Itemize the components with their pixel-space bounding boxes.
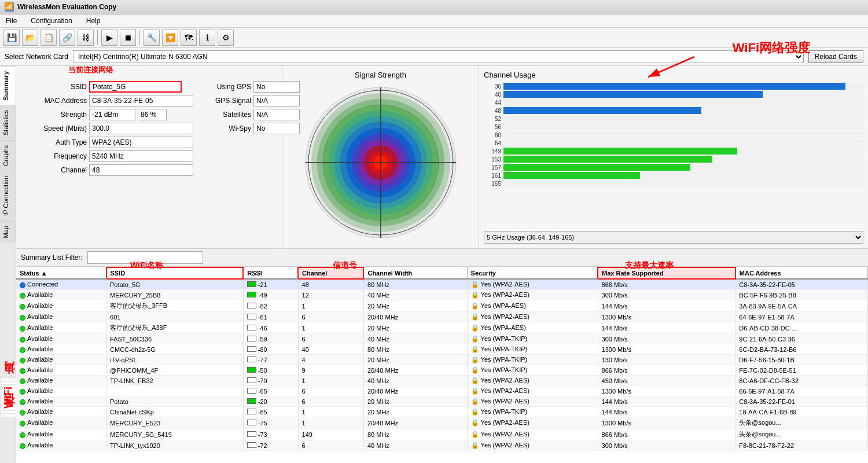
main-content: Summary Statistics Graphs IP Connection … (0, 66, 868, 463)
cell-channel: 1 (298, 376, 363, 386)
speed-input[interactable] (89, 123, 193, 134)
filter2-button[interactable]: 🔽 (162, 30, 178, 46)
channel-bar-background (503, 83, 863, 90)
table-row[interactable]: Available@PHICOMM_4F -50920/40 MHz🔒Yes (… (16, 365, 868, 376)
gps-signal-input[interactable] (253, 95, 300, 106)
signal-title: Signal Strength (355, 71, 406, 79)
table-row[interactable]: AvailablePotato -20620 MHz🔒Yes (WPA2-AES… (16, 396, 868, 407)
cell-max-rate: 144 Mb/s (598, 407, 735, 417)
cell-status: Available (16, 300, 106, 312)
map-button[interactable]: 🗺 (181, 30, 197, 46)
mac-input[interactable] (89, 95, 193, 106)
table-row[interactable]: Available -65620/40 MHz🔒Yes (WPA2-AES)13… (16, 386, 868, 396)
cell-max-rate: 866 Mb/s (598, 279, 735, 290)
lock-icon: 🔒 (471, 324, 479, 331)
gps-section: Using GPS GPS Signal Satellites (205, 81, 300, 178)
status-dot (20, 399, 25, 405)
cell-status: Available (16, 417, 106, 429)
auth-label: Auth Type (23, 138, 87, 146)
cell-max-rate: 866 Mb/s (598, 429, 735, 440)
table-row[interactable]: AvailableMERCURY_5G_5419 -7314980 MHz🔒Ye… (16, 429, 868, 440)
cell-mac: BC-5F-F6-9B-25-B8 (735, 290, 868, 300)
table-row[interactable]: AvailableChinaNet-cSKp -85120 MHz🔒Yes (W… (16, 407, 868, 417)
rssi-bar (247, 377, 256, 383)
table-row[interactable]: Available客厅的父母乐_3FFB -82120 MHz🔒Yes (WPA… (16, 300, 868, 312)
channel-input[interactable] (89, 164, 193, 176)
cell-channel-width: 20 MHz (363, 407, 467, 417)
freq-input[interactable] (89, 150, 193, 162)
table-row[interactable]: AvailableTP-LINK_tyx1020 -72640 MHz🔒Yes … (16, 440, 868, 451)
satellites-input[interactable] (253, 109, 300, 120)
tab-graphs[interactable]: Graphs (0, 140, 16, 171)
link-button[interactable]: 🔗 (59, 30, 75, 46)
channel-bar-background (503, 139, 863, 146)
speed-label: Speed (Mbits) (23, 124, 87, 133)
table-row[interactable]: ConnectedPotato_5G -214880 MHz🔒Yes (WPA2… (16, 279, 868, 290)
using-gps-input[interactable] (253, 81, 300, 93)
rssi-bar (247, 409, 256, 414)
network-card-select[interactable]: Intel(R) Centrino(R) Ultimate-N 6300 AGN (73, 50, 804, 63)
status-dot (20, 282, 25, 288)
cell-channel: 1 (298, 407, 363, 417)
menu-file[interactable]: File (3, 16, 19, 26)
cell-status: Available (16, 386, 106, 396)
menu-help[interactable]: Help (84, 16, 103, 26)
channel-bar-fill (503, 107, 701, 114)
cell-ssid: 客厅的父母乐_3FFB (106, 300, 244, 312)
col-status: Status ▲ (16, 267, 106, 279)
cell-mac: D6-F7-56-15-80-1B (735, 355, 868, 365)
cell-channel: 40 (298, 344, 363, 355)
play-button[interactable]: ▶ (101, 30, 117, 46)
cell-channel-width: 20/40 MHz (363, 312, 467, 322)
open-button[interactable]: 📂 (22, 30, 38, 46)
table-row[interactable]: AvailableMERCURY_25B8 -491240 MHz🔒Yes (W… (16, 290, 868, 300)
cell-status: Available (16, 344, 106, 355)
menu-configuration[interactable]: Configuration (28, 16, 74, 26)
filter-input[interactable] (87, 251, 203, 264)
cell-security: 🔒Yes (WPA2-AES) (467, 376, 598, 386)
rssi-bar (247, 357, 256, 362)
filter-button[interactable]: 🔧 (144, 30, 160, 46)
rssi-bar (247, 314, 256, 319)
copy-button[interactable]: 📋 (41, 30, 57, 46)
cell-channel-width: 20 MHz (363, 396, 467, 407)
tab-summary[interactable]: Summary (0, 66, 16, 105)
rssi-bar (247, 367, 256, 373)
auth-input[interactable] (89, 137, 193, 148)
status-dot (20, 358, 25, 363)
filter-row: Summary List Filter: (16, 249, 868, 267)
cell-status: Available (16, 429, 106, 440)
table-row[interactable]: AvailableMERCURY_E523 -75120/40 MHz🔒Yes … (16, 417, 868, 429)
ssid-input[interactable] (89, 81, 182, 93)
cell-security: 🔒Yes (WPA-TKIP) (467, 344, 598, 355)
tab-ip-connection[interactable]: IP Connection (0, 171, 16, 221)
lock-icon: 🔒 (471, 398, 479, 405)
lock-icon: 🔒 (471, 366, 479, 373)
save-button[interactable]: 💾 (3, 30, 20, 46)
chain-button[interactable]: ⛓ (78, 30, 94, 46)
strength-row: Strength (23, 109, 193, 120)
channel-bar-background (503, 91, 863, 98)
channel-usage-select[interactable]: 5 GHz Usage (36-64, 149-165) 2.4 GHz Usa… (484, 231, 863, 244)
stop-button[interactable]: ⏹ (120, 30, 136, 46)
status-dot (20, 347, 25, 353)
strength-dbm-input[interactable] (89, 109, 135, 120)
reload-cards-button[interactable]: Reload Cards (808, 50, 863, 63)
tab-map[interactable]: Map (0, 221, 16, 242)
channel-bar-fill (503, 164, 690, 171)
table-row[interactable]: Available客厅的父母乐_A38F -46120 MHz🔒Yes (WPA… (16, 322, 868, 334)
table-row[interactable]: Available601 -61620/40 MHz🔒Yes (WPA2-AES… (16, 312, 868, 322)
settings-button[interactable]: ⚙ (218, 30, 234, 46)
strength-pct-input[interactable] (138, 109, 167, 120)
wispy-input[interactable] (253, 123, 300, 134)
channel-bar-row: 153 (484, 156, 863, 163)
tab-statistics[interactable]: Statistics (0, 105, 16, 140)
info-button[interactable]: ℹ (199, 30, 215, 46)
table-row[interactable]: AvailableCMCC-dh2z-5G -804080 MHz🔒Yes (W… (16, 344, 868, 355)
table-row[interactable]: AvailableTP-LINK_FB32 -79140 MHz🔒Yes (WP… (16, 376, 868, 386)
table-row[interactable]: AvailableFAST_50C336 -59640 MHz🔒Yes (WPA… (16, 334, 868, 344)
table-row[interactable]: AvailableiTV-qPSL -77420 MHz🔒Yes (WPA-TK… (16, 355, 868, 365)
app-icon: 📶 (5, 2, 14, 12)
cell-max-rate: 1300 Mb/s (598, 344, 735, 355)
cell-max-rate: 1300 Mb/s (598, 386, 735, 396)
